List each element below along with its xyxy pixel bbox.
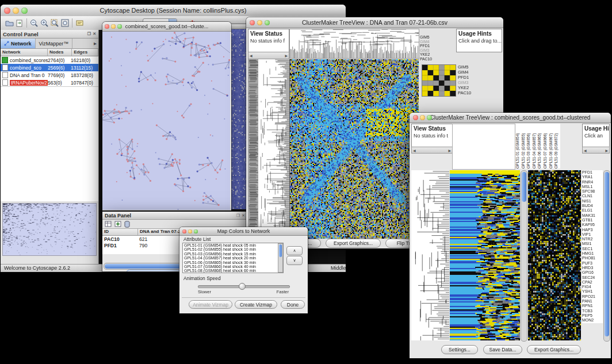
tab-overflow-arrow-icon[interactable]: ▶ <box>92 39 98 48</box>
gene-label[interactable]: GIM3 <box>420 48 444 53</box>
gene-label[interactable]: NIS1 <box>582 199 603 204</box>
animate-vizmap-button[interactable]: Animate Vizmap <box>189 300 232 309</box>
gene-label[interactable]: GIM5 <box>420 35 444 40</box>
close-button[interactable] <box>105 24 109 29</box>
gene-label[interactable]: ELG1 <box>582 208 603 213</box>
annotation-icon[interactable] <box>74 18 85 28</box>
gene-label[interactable]: YKE2 <box>420 52 444 57</box>
cytoscape-titlebar[interactable]: Cytoscape Desktop (Session Name: collins… <box>1 5 346 17</box>
network-view-titlebar[interactable]: combined_scores_good.txt--cluste... <box>102 22 231 32</box>
scroll-left-icon[interactable]: ◀ <box>583 148 588 152</box>
gene-label[interactable]: SPC98 <box>582 189 603 194</box>
attribute-listbox[interactable]: GPL51-01 (GSM854) heat shock 05 minGPL51… <box>182 243 284 273</box>
zoom-out-icon[interactable] <box>29 18 39 28</box>
tab-network[interactable]: Network <box>1 39 36 48</box>
network-canvas[interactable] <box>102 32 230 210</box>
zoom-button[interactable] <box>117 24 122 29</box>
zoom-button[interactable] <box>427 115 432 120</box>
gene-label[interactable]: RNR4 <box>582 180 603 185</box>
gene-label[interactable]: PFD1 <box>582 170 603 175</box>
zoom-button[interactable] <box>265 20 270 25</box>
gene-label[interactable]: CLN1 <box>582 194 603 198</box>
global-heatmap[interactable] <box>450 170 520 340</box>
gene-label[interactable]: GIM4 <box>420 40 444 44</box>
gene-label[interactable]: PAC10 <box>458 90 481 95</box>
gene-label[interactable]: HMG1 <box>582 251 603 256</box>
scroll-left-icon[interactable]: ◀ <box>248 53 254 58</box>
node-attribute-browser-button[interactable]: Node Attribute Brows... <box>125 270 182 271</box>
zoom-fit-icon[interactable] <box>60 18 70 28</box>
gene-label[interactable]: MSI1 <box>582 242 603 246</box>
treeview2-titlebar[interactable]: ClusterMaker TreeView : combined_scores_… <box>410 113 611 123</box>
zoom-button[interactable] <box>21 7 28 14</box>
gene-label[interactable]: KAP95 <box>582 223 603 227</box>
speed-slider-thumb[interactable] <box>239 283 246 290</box>
row-dendrogram[interactable] <box>258 59 289 239</box>
move-down-button[interactable]: ∨ <box>286 256 303 265</box>
move-up-button[interactable]: ∧ <box>286 246 303 255</box>
tab-vizmapper[interactable]: VizMapper™ <box>36 39 73 48</box>
zoom-in-icon[interactable] <box>39 18 49 28</box>
create-vizmap-button[interactable]: Create Vizmap <box>235 300 277 309</box>
attribute-item[interactable]: GPL51-04 (GSM857) heat shock 20 min <box>183 256 283 260</box>
gene-label[interactable]: YKE2 <box>458 85 481 90</box>
gene-label[interactable]: YRA1 <box>582 175 603 179</box>
float-panel-icon[interactable]: ❐ <box>87 32 91 36</box>
open-session-icon[interactable] <box>4 18 14 28</box>
gene-label[interactable]: PHO81 <box>582 256 603 260</box>
gene-label[interactable]: VIP1 <box>582 232 603 237</box>
gene-label[interactable]: GPI16 <box>582 270 603 275</box>
minimize-button[interactable] <box>13 7 19 14</box>
column-label[interactable]: GPL51-03 (GSM856) <box>526 124 532 168</box>
treeview1-titlebar[interactable]: ClusterMaker TreeView : DNA and Tran 07-… <box>246 17 503 28</box>
gene-label[interactable]: SEC24 <box>582 275 603 280</box>
attribute-item[interactable]: GPL51-03 (GSM856) heat shock 15 min <box>183 252 283 256</box>
minimize-button[interactable] <box>257 20 262 25</box>
scroll-right-icon[interactable]: ▶ <box>447 148 452 152</box>
network-row[interactable]: DNA and Tran 0 7769(0) 183728(0) <box>1 71 98 79</box>
minimize-button[interactable] <box>111 24 116 29</box>
column-label[interactable]: GPL51-07 (GSM866) <box>543 124 549 168</box>
scroll-left-icon[interactable]: ◀ <box>412 148 417 152</box>
dialog-titlebar[interactable]: Map Colors to Network <box>179 227 308 236</box>
gene-label[interactable]: CPA2 <box>582 280 603 285</box>
gene-label[interactable]: PFD1 <box>420 44 444 48</box>
col-nodes[interactable]: Nodes <box>48 49 72 56</box>
hscroll-arrows[interactable]: ◀ ▶ <box>248 52 289 59</box>
save-data-button[interactable]: Save Data... <box>483 345 522 354</box>
column-label[interactable]: GPL51-08 (GSM867) <box>549 124 554 168</box>
gene-label[interactable]: HRD3 <box>582 266 603 270</box>
column-label[interactable]: GPL51-04 (GSM857) <box>532 124 538 168</box>
row-dendrogram[interactable] <box>411 170 449 340</box>
float-panel-icon[interactable]: ❐ <box>236 213 240 218</box>
gene-label[interactable]: TCB3 <box>582 309 603 313</box>
attribute-item[interactable]: GPL51-07 (GSM866) heat shock 40 min <box>183 265 283 269</box>
column-label[interactable]: GPL51-06 (GSM865) <box>537 124 543 168</box>
zoom-heatmap[interactable] <box>528 170 581 340</box>
gene-label[interactable]: NTR2 <box>582 237 603 242</box>
global-heatmap[interactable] <box>289 59 419 239</box>
attribute-db-icon[interactable] <box>124 221 130 228</box>
create-attribute-icon[interactable] <box>114 221 121 227</box>
data-panel-titlebar[interactable]: Data Panel ❐ ✕ <box>102 212 247 220</box>
col-edges[interactable]: Edges <box>72 49 98 56</box>
settings-button[interactable]: Settings... <box>441 345 478 354</box>
close-button[interactable] <box>413 115 418 120</box>
minimize-button[interactable] <box>188 229 192 233</box>
column-label[interactable]: GPL51-09 (GSM872) <box>554 124 560 168</box>
scrollbar-thumb[interactable] <box>522 172 526 202</box>
gene-label[interactable]: PFD1 <box>458 75 481 80</box>
gene-label[interactable]: HAP3 <box>582 228 603 232</box>
gene-label[interactable]: PEP5 <box>582 313 603 318</box>
network-row[interactable]: combined_scores 2764(0) 16218(0) <box>1 56 98 64</box>
close-panel-icon[interactable]: ✕ <box>242 213 245 218</box>
gene-label[interactable]: GTB1 <box>582 218 603 223</box>
gene-label[interactable]: RPN1 <box>582 304 603 308</box>
col-network[interactable]: Network <box>1 49 48 56</box>
scroll-right-icon[interactable]: ▶ <box>284 53 289 58</box>
hscroll-arrows[interactable]: ◀ ▶ <box>411 147 453 154</box>
close-panel-icon[interactable]: ✕ <box>93 32 96 36</box>
minimize-button[interactable] <box>420 115 425 120</box>
attribute-item[interactable]: GPL51-08 (GSM868) heat shock 60 min <box>183 269 283 273</box>
zoom-button[interactable] <box>194 229 198 233</box>
